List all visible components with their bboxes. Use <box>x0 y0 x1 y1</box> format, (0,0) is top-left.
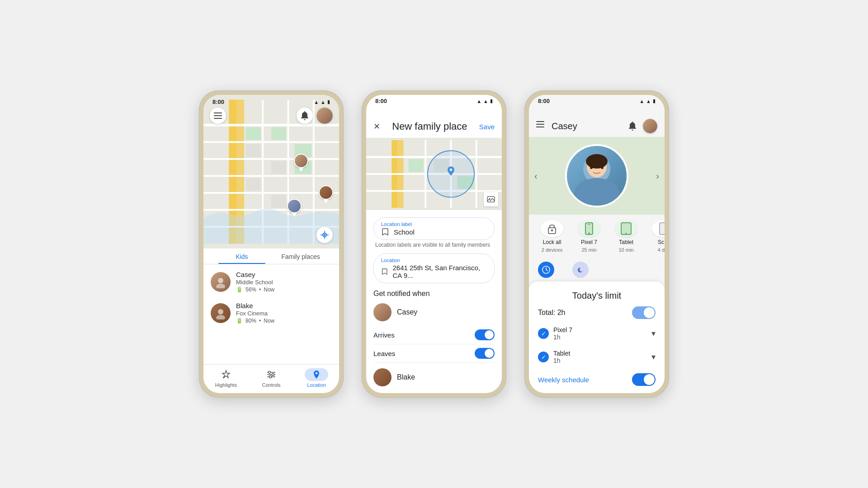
total-toggle[interactable] <box>632 306 656 319</box>
signal-icon-1: ▲ <box>321 99 326 105</box>
hamburger-icon-3[interactable] <box>536 121 546 131</box>
profile-avatar-3[interactable] <box>643 119 657 133</box>
location-icon-wrap <box>305 368 328 381</box>
nav-highlights[interactable]: Highlights <box>203 368 249 388</box>
p2-header: ✕ New family place Save <box>366 106 502 138</box>
map-image-button[interactable] <box>484 192 498 206</box>
member-name-casey: Casey <box>236 271 332 278</box>
casey-avatar-2 <box>373 303 392 321</box>
phone-2-screen: 8:00 ▲ ▲ ▮ ✕ New family place Save <box>366 95 502 393</box>
device-lock-all[interactable]: Lock all 2 devices <box>536 220 568 253</box>
location-icon <box>311 370 321 380</box>
weekly-schedule-label[interactable]: Weekly schedule <box>538 376 589 384</box>
svg-rect-57 <box>536 124 544 125</box>
location-label-hint: Location labels are visible to all famil… <box>373 242 495 248</box>
pixel7-sub: 25 min <box>581 247 596 253</box>
phone2-content: 8:00 ▲ ▲ ▮ ✕ New family place Save <box>366 95 502 393</box>
tab-family-places[interactable]: Family places <box>271 249 330 264</box>
svg-rect-70 <box>621 223 631 235</box>
casey-big-avatar <box>565 144 628 207</box>
todays-limit-title: Today's limit <box>538 291 656 301</box>
status-bar-1: 8:00 ▲ ▲ ▮ <box>203 95 339 107</box>
wifi-icon-2: ▲ <box>476 99 481 104</box>
casey-name-2: Casey <box>397 308 495 316</box>
member-blake[interactable]: Blake Fox Cinema 🔋 80% • Now <box>203 297 339 328</box>
member-location-casey: Middle School <box>236 279 332 286</box>
phone-1: 8:00 ▲ ▲ ▮ Kids Family places <box>199 90 344 398</box>
svg-point-30 <box>218 278 223 283</box>
device-tablet[interactable]: Tablet 10 min <box>610 220 642 253</box>
prev-profile-arrow[interactable]: ‹ <box>534 170 538 181</box>
tablet-limit-name: Tablet <box>553 350 647 357</box>
nav-location[interactable]: Location <box>294 368 339 388</box>
svg-point-36 <box>269 371 271 374</box>
total-label: Total: 2h <box>538 309 565 317</box>
phone-2: 8:00 ▲ ▲ ▮ ✕ New family place Save <box>362 90 506 398</box>
tab-kids[interactable]: Kids <box>212 249 271 264</box>
image-icon <box>487 195 495 203</box>
arrives-toggle[interactable] <box>475 329 495 340</box>
svg-point-68 <box>589 232 590 234</box>
close-icon[interactable]: ✕ <box>373 122 380 131</box>
p2-title: New family place <box>392 121 467 132</box>
menu-button-1[interactable] <box>210 108 226 124</box>
total-row: Total: 2h <box>538 306 656 319</box>
svg-rect-13 <box>246 127 261 140</box>
location-label-field-label: Location label <box>381 221 487 227</box>
clock-filled-btn[interactable] <box>538 262 554 278</box>
phone-icon <box>585 222 594 235</box>
my-location-button[interactable] <box>316 227 333 243</box>
members-list: Casey Middle School 🔋 56% • Now <box>203 264 339 364</box>
blake-name-2: Blake <box>397 373 495 381</box>
pixel7-dropdown-icon[interactable]: ▾ <box>651 328 656 338</box>
tab-bar-1: Kids Family places <box>203 249 339 264</box>
svg-rect-69 <box>588 224 590 225</box>
svg-rect-19 <box>246 178 261 191</box>
svg-point-40 <box>269 376 272 378</box>
signal-icon-casey: • <box>259 286 261 293</box>
phone-3-screen: 8:00 ▲ ▲ ▮ Casey <box>529 95 665 393</box>
member-avatar-casey <box>211 272 231 292</box>
tablet-sub: 10 min <box>618 247 633 253</box>
device-pixel7[interactable]: Pixel 7 25 min <box>573 220 605 253</box>
next-profile-arrow[interactable]: › <box>656 170 659 181</box>
pixel7-limit-name: Pixel 7 <box>553 326 647 333</box>
status-icons-3: ▲ ▲ ▮ <box>639 98 656 104</box>
svg-point-25 <box>324 234 326 236</box>
leaves-toggle[interactable] <box>475 348 495 359</box>
notify-title: Get notified when <box>373 290 495 298</box>
save-button-2[interactable]: Save <box>479 123 495 131</box>
member-status-blake: 🔋 80% • Now <box>236 318 332 324</box>
phone-3: 8:00 ▲ ▲ ▮ Casey <box>524 90 669 398</box>
weekly-toggle[interactable] <box>632 373 656 386</box>
location-label-input[interactable]: Location label School <box>373 217 495 240</box>
clock-outline-btn[interactable] <box>572 262 589 278</box>
leaves-label: Leaves <box>373 350 395 357</box>
notification-button-1[interactable] <box>297 108 313 124</box>
lock-icon <box>547 222 557 235</box>
tablet-check[interactable]: ✓ <box>538 352 549 362</box>
p3-header-name: Casey <box>552 121 622 131</box>
map-pin-member3 <box>287 199 302 217</box>
controls-icon-wrap <box>259 368 283 381</box>
battery-icon-casey: 🔋 <box>236 286 243 293</box>
pixel7-check[interactable]: ✓ <box>538 328 549 339</box>
tablet-dropdown-icon[interactable]: ▾ <box>651 352 656 362</box>
location-field-label: Location <box>381 258 487 263</box>
sc-icon-wrap <box>652 220 665 237</box>
notification-icon-3[interactable] <box>627 121 637 131</box>
nav-controls[interactable]: Controls <box>249 368 294 388</box>
wifi-icon-1: ▲ <box>314 99 319 105</box>
p3-header: Casey <box>529 106 665 137</box>
device-sc[interactable]: Sc... 4 d... <box>647 220 665 253</box>
location-input[interactable]: Location 2641 25th St, San Francisco, CA… <box>373 253 495 283</box>
member-casey[interactable]: Casey Middle School 🔋 56% • Now <box>203 266 339 297</box>
pixel7-limit-row: ✓ Pixel 7 1h ▾ <box>538 324 656 343</box>
pixel7-limit-info: Pixel 7 1h <box>553 326 647 341</box>
profile-avatar-1[interactable] <box>316 108 333 124</box>
svg-rect-14 <box>271 127 286 140</box>
arrives-toggle-row: Arrives <box>373 326 495 344</box>
sc-sub: 4 d... <box>658 247 665 253</box>
svg-rect-16 <box>246 144 261 157</box>
highlights-icon-wrap <box>214 368 238 381</box>
